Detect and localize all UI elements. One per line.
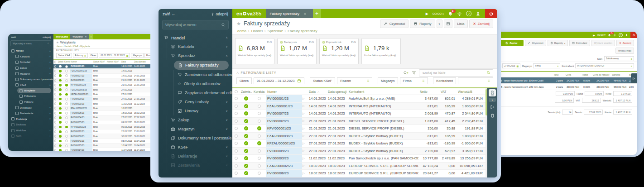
logout-button[interactable] [485,9,497,18]
column-zatwierdzone[interactable]: Zatwie... [240,88,252,95]
kontrahent-value[interactable]: ≡ [458,77,493,84]
summary-card[interactable]: Poprzedni rok PLN 1,20 M Wartość faktur … [319,38,359,64]
invoice-number-cell[interactable]: FZAL/000002/23 [266,163,302,170]
row-radio[interactable] [235,120,238,123]
actions-button[interactable]: Czynności [380,19,409,28]
column-kontrahent[interactable]: Kontrahent [347,88,418,95]
row-radio[interactable] [235,164,238,168]
sidebar-item-oferty[interactable]: ☆Oferty do odbiorców [159,79,232,88]
sidebar-item-zakup[interactable]: Zakup∨ [159,115,232,125]
new-tab-button[interactable]: + [313,9,321,18]
table-header[interactable]: Zatwie... Korekta Numer Data△ Data opera… [232,88,485,95]
unpin-menu-button[interactable]: odepnij [211,12,228,16]
more-tools-button[interactable]: ▾ [489,98,496,102]
sidebar-item-ceny-i-rabaty[interactable]: Ceny i rabaty∨ [159,97,232,106]
advanced-filter-icon[interactable] [412,71,416,75]
breadcrumb-item[interactable]: demo [237,29,246,33]
column-korekta[interactable]: Korekta [252,88,266,95]
collapse-menu-button[interactable]: zwiń← [163,12,176,16]
column-data-operacji[interactable]: Data operacji [327,88,347,95]
preview-icon[interactable]: ▷ [302,149,304,153]
table-row[interactable]: FVI000002/23 ▷ 21.01.2023 21.01.2023 DIE… [232,118,485,125]
sidebar-item-kartoteki[interactable]: Kartoteki∨ [159,42,232,51]
sidebar-item-zestawienia[interactable]: Zestawienia∨ [159,161,232,170]
play-icon[interactable]: ▶ [426,12,428,16]
close-tab-icon[interactable]: × [304,12,306,16]
column-numer[interactable]: Numer [266,88,302,95]
view-grid-button[interactable] [444,19,452,28]
tab-faktury-sprzedazy[interactable]: Faktury sprzedaży× [266,9,313,18]
sidebar-item-handel[interactable]: Handel∧ [159,33,232,42]
sidebar-item-zamowienia[interactable]: Zamówienia od odbiorców [159,70,232,79]
notifications-button[interactable]: 9+ [448,11,453,16]
gear-icon[interactable] [457,11,462,16]
sidebar-item-faktury-sprzedazy[interactable]: Faktury sprzedaży [174,61,229,70]
invoice-number-cell[interactable]: FVI000002/23 [266,118,302,125]
preview-icon[interactable]: ▷ [302,142,304,145]
invoice-number-cell[interactable]: FVI000003/23 [266,155,302,162]
table-row[interactable]: FVI000003/23 ▷ 11.02.2023 11.02.2023 Pan… [232,155,485,163]
table-row[interactable]: KFZAL/000001/23 ▷ 27.01.2023 27.01.2023 … [232,140,485,148]
background-window-wysylanie[interactable]: zwiń odepnij Wyszukaj w menu⌕ Handel∧ Ka… [8,34,158,151]
preview-icon[interactable]: ▷ [302,97,304,101]
close-view-button[interactable]: ✕Zamknij [469,19,493,28]
work-timer[interactable]: 00:00▾ [433,12,444,16]
select-all-radio[interactable] [235,90,238,93]
status-ksef-label[interactable]: Status KSeF [310,77,335,84]
background-window-invoice-form[interactable]: ▶ 00:00 ▾ 2+ ? Zapisz Czynności Raporty▾… [494,32,637,155]
status-ksef-value[interactable]: Razem≡ [337,77,372,84]
summary-card[interactable]: 1,79 k Liczba faktur sprzedaży (kraj) [361,38,401,64]
row-radio[interactable] [235,105,238,108]
column-wartosc[interactable]: Wartość/B [457,88,485,95]
preview-icon[interactable]: ▷ [302,164,304,168]
list-search[interactable] [419,69,493,77]
preview-icon[interactable]: ▷ [302,127,304,130]
magazyn-value[interactable]: Firma≡ [400,77,428,84]
reports-dropdown-button[interactable]: ▾ [437,19,442,28]
user-icon[interactable] [476,11,481,16]
invoice-number-cell[interactable]: FVI000007/23 [266,110,302,117]
table-row[interactable]: FVI000004/23 ▷ 27.02.2023 27.02.2023 AUT… [232,177,485,178]
summary-card[interactable]: PLN 6,93 M Wartość faktur sprzedaży (kra… [235,38,274,64]
table-row[interactable]: KFV/000001/23 ▷ 21.01.2023 21.01.2023 DI… [232,125,485,133]
table-row[interactable]: FZAL/000003/23 ▷ 27.01.2023 27.01.2023 B… [232,133,485,140]
breadcrumb-item[interactable]: Faktury sprzedaży [285,29,317,33]
invoice-number-cell[interactable]: FVI000006/23 [266,170,302,177]
table-row[interactable]: FVI000007/23 ▷ 14.01.2023 14.01.2023 INT… [232,110,485,118]
breadcrumb-item[interactable]: Handel [248,29,263,33]
column-data[interactable]: Data△ [308,88,327,95]
table-row[interactable]: FVI000006/23 ▷ 18.02.2023 18.02.2023 EUR… [232,170,485,177]
vertical-scrollbar[interactable] [485,88,487,177]
preview-icon[interactable]: ▷ [302,157,304,160]
delete-button[interactable] [489,112,496,119]
help-icon[interactable]: ? [466,11,471,16]
preview-icon[interactable]: ▷ [302,104,304,108]
summary-card[interactable]: Bieżący rok PLN 1,07 M Wartość faktur sp… [277,38,317,64]
okres-label[interactable]: Okres [236,77,252,84]
preview-icon[interactable]: ▷ [302,112,304,115]
invoice-number-cell[interactable]: FVI000004/23 [266,177,302,178]
preview-icon[interactable]: ▷ [302,134,304,138]
sidebar-item-sprzedaz[interactable]: Sprzedaż∧ [159,51,232,60]
column-netto[interactable]: Netto [418,88,439,95]
kontrahent-label[interactable]: Kontrahent [433,77,456,84]
sidebar-item-dokumenty[interactable]: Dokumenty razem i pozostałe∨ [159,134,232,143]
export-report-button[interactable] [489,89,496,96]
row-radio[interactable] [235,142,238,145]
invoice-number-cell[interactable]: FVI000009/23 [266,148,302,155]
sidebar-item-deklaracje[interactable]: Deklaracje∨ [159,152,232,161]
row-radio[interactable] [235,112,238,115]
column-vat[interactable]: VAT [439,88,457,95]
table-row[interactable]: FZAL/000001/23 ▷ 14.01.2023 14.01.2023 I… [232,103,485,110]
magazyn-label[interactable]: Magazyn [378,77,398,84]
row-radio[interactable] [235,97,238,100]
scrollbar-thumb[interactable] [485,89,487,115]
table-row[interactable]: FVI000009/23 ▷ 27.01.2023 27.01.2023 BUD… [232,148,485,155]
table-row[interactable]: FVI000001/23 ▷ 14.01.2023 14.01.2023 Aut… [232,95,485,103]
sidebar-item-zapytania[interactable]: Zapytania ofertowe od odbiorców [159,88,232,97]
preview-icon[interactable]: ▷ [302,119,304,123]
favorite-star-icon[interactable]: ★ [236,21,241,27]
list-view-button[interactable]: Lista [454,19,468,28]
menu-search-input[interactable]: Wyszukaj w menu [162,20,229,29]
row-radio[interactable] [235,127,238,130]
